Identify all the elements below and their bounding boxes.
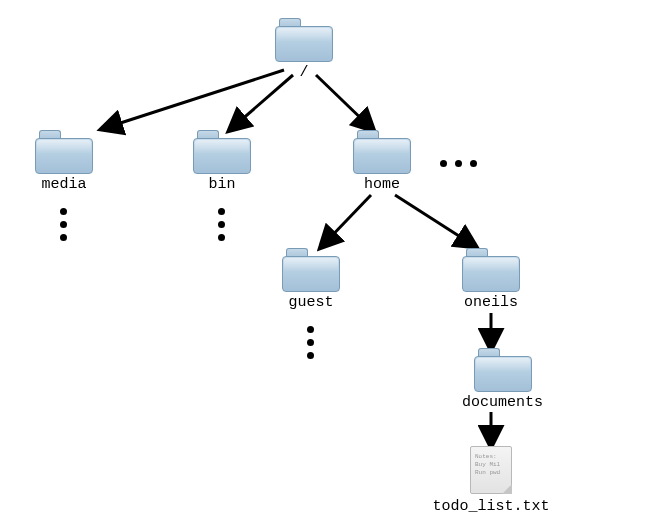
ellipsis-icon xyxy=(218,208,225,241)
file-preview-line: Notes: xyxy=(475,453,507,461)
folder-oneils: oneils xyxy=(462,248,520,311)
folder-label-guest: guest xyxy=(288,294,333,311)
ellipsis-icon xyxy=(60,208,67,241)
folder-icon xyxy=(353,130,411,174)
svg-line-1 xyxy=(105,70,284,128)
folder-icon xyxy=(462,248,520,292)
folder-icon xyxy=(275,18,333,62)
folder-guest: guest xyxy=(282,248,340,311)
file-icon: Notes: Buy Mil Run pwd xyxy=(470,446,512,494)
svg-line-3 xyxy=(316,75,371,128)
file-preview-line: Buy Mil xyxy=(475,461,507,469)
folder-home: home xyxy=(353,130,411,193)
file-label-todo: todo_list.txt xyxy=(432,498,549,515)
folder-label-home: home xyxy=(364,176,400,193)
svg-line-4 xyxy=(323,195,371,245)
folder-icon xyxy=(474,348,532,392)
folder-label-oneils: oneils xyxy=(464,294,518,311)
folder-label-documents: documents xyxy=(462,394,543,411)
folder-icon xyxy=(35,130,93,174)
svg-line-5 xyxy=(395,195,473,245)
folder-bin: bin xyxy=(193,130,251,193)
folder-media: media xyxy=(35,130,93,193)
file-preview-line: Run pwd xyxy=(475,469,507,477)
folder-label-root: / xyxy=(299,64,308,81)
folder-icon xyxy=(193,130,251,174)
folder-icon xyxy=(282,248,340,292)
ellipsis-icon xyxy=(440,160,477,167)
folder-root: / xyxy=(275,18,333,81)
ellipsis-icon xyxy=(307,326,314,359)
folder-label-media: media xyxy=(41,176,86,193)
file-todo: Notes: Buy Mil Run pwd todo_list.txt xyxy=(435,446,547,515)
folder-label-bin: bin xyxy=(208,176,235,193)
svg-line-2 xyxy=(232,75,293,128)
folder-documents: documents xyxy=(462,348,543,411)
